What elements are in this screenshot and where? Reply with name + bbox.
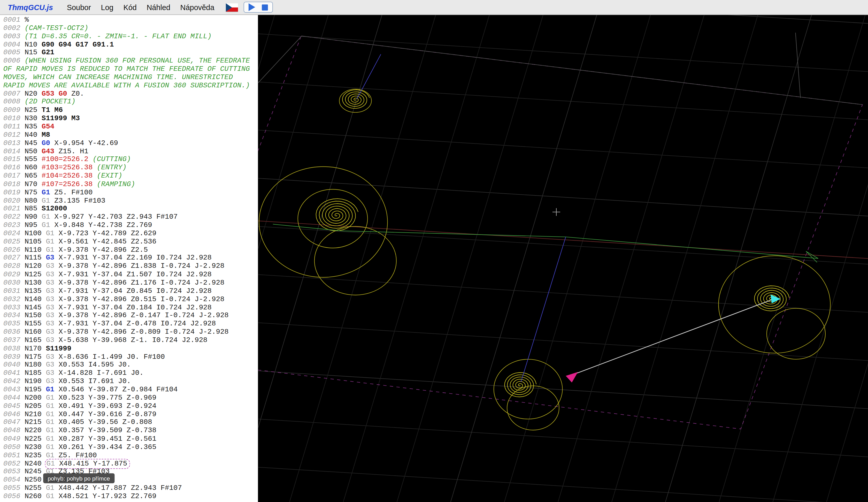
code-line[interactable]: 0056 N260 G1 X48.521 Y-17.923 Z2.769 bbox=[3, 493, 257, 501]
gcode-3d-viewport[interactable] bbox=[258, 15, 868, 502]
cursor-crosshair-icon bbox=[552, 208, 560, 216]
code-line[interactable]: 0038 N170 S11999 bbox=[3, 345, 257, 353]
menubar: ThmqGCU.js Soubor Log Kód Náhled Nápověd… bbox=[0, 0, 868, 15]
code-line[interactable]: 0051 N235 G1 Z5. F#100 bbox=[3, 452, 257, 460]
code-line[interactable]: 0022 N90 G1 X-9.927 Y-42.703 Z2.943 F#10… bbox=[3, 213, 257, 222]
rapid-blue-lines bbox=[357, 54, 566, 382]
direction-arrow-magenta bbox=[566, 372, 578, 382]
code-line[interactable]: 0008 (2D POCKET1) bbox=[3, 98, 257, 106]
code-line[interactable]: 0024 N100 G1 X-9.723 Y-42.789 Z2.629 bbox=[3, 230, 257, 238]
code-line[interactable]: 0042 N190 G3 X0.553 I7.691 J0. bbox=[3, 378, 257, 386]
app-title: ThmqGCU.js bbox=[8, 3, 53, 11]
gcode-editor[interactable]: 0001 %0002 (CAM-TEST-OCT2)0003 (T1 D=6.3… bbox=[0, 15, 258, 502]
cutting-green-path bbox=[273, 224, 818, 263]
code-line[interactable]: 0046 N210 G1 X0.447 Y-39.616 Z-0.879 bbox=[3, 410, 257, 419]
next-move-white-line bbox=[571, 299, 774, 375]
stop-icon bbox=[262, 4, 268, 10]
grid-lines bbox=[258, 15, 868, 502]
code-line[interactable]: 0033 N145 G3 X-7.931 Y-37.04 Z0.184 I0.7… bbox=[3, 304, 257, 312]
code-line[interactable]: 0041 N185 G3 X-14.828 I-7.691 J0. bbox=[3, 369, 257, 378]
menu-item-kod[interactable]: Kód bbox=[118, 3, 142, 11]
code-line[interactable]: 0054 N250 S12000 bbox=[3, 476, 257, 484]
czech-flag-icon bbox=[226, 3, 238, 11]
code-line[interactable]: 0016 N60 #103=2526.38 (ENTRY) bbox=[3, 164, 257, 172]
code-line[interactable]: 0055 N255 G1 X48.442 Y-17.887 Z2.943 F#1… bbox=[3, 484, 257, 493]
code-line[interactable]: 0044 N200 G1 X0.523 Y-39.775 Z-0.969 bbox=[3, 394, 257, 402]
code-line[interactable]: 0032 N140 G3 X-9.378 Y-42.896 Z0.515 I-0… bbox=[3, 296, 257, 304]
viewport-svg bbox=[258, 15, 868, 502]
code-line[interactable]: 0047 N215 G1 X0.405 Y-39.56 Z-0.808 bbox=[3, 419, 257, 427]
code-line[interactable]: 0021 N85 S12000 bbox=[3, 205, 257, 213]
code-line[interactable]: 0018 N70 #107=2526.38 (RAMPING) bbox=[3, 181, 257, 189]
code-line[interactable]: 0005 N15 G21 bbox=[3, 49, 257, 57]
code-line[interactable]: 0029 N125 G3 X-7.931 Y-37.04 Z1.507 I0.7… bbox=[3, 271, 257, 279]
code-line[interactable]: 0001 % bbox=[3, 16, 257, 24]
code-line[interactable]: 0012 N40 M8 bbox=[3, 131, 257, 139]
code-line[interactable]: 0031 N135 G3 X-7.931 Y-37.04 Z0.845 I0.7… bbox=[3, 287, 257, 296]
code-line[interactable]: 0037 N165 G3 X-5.638 Y-39.968 Z-1. I0.72… bbox=[3, 337, 257, 345]
code-line[interactable]: 0011 N35 G54 bbox=[3, 123, 257, 131]
code-line[interactable]: 0020 N80 G1 Z3.135 F#103 bbox=[3, 197, 257, 205]
app-window: ThmqGCU.js Soubor Log Kód Náhled Nápověd… bbox=[0, 0, 868, 502]
code-line[interactable]: 0045 N205 G1 X0.491 Y-39.693 Z-0.924 bbox=[3, 402, 257, 410]
code-line[interactable]: 0014 N50 G43 Z15. H1 bbox=[3, 147, 257, 156]
code-line[interactable]: 0050 N230 G1 X0.261 Y-39.434 Z-0.365 bbox=[3, 443, 257, 452]
menu-item-soubor[interactable]: Soubor bbox=[62, 3, 96, 11]
motion-tooltip: pohyb: pohyb po přímce bbox=[43, 473, 114, 483]
code-line[interactable]: 0004 N10 G90 G94 G17 G91.1 bbox=[3, 41, 257, 49]
menu-item-log[interactable]: Log bbox=[96, 3, 118, 11]
code-line[interactable]: 0052 N240 G1 X48.415 Y-17.875 bbox=[3, 460, 257, 468]
code-line[interactable]: 0028 N120 G3 X-9.378 Y-42.896 Z1.838 I-0… bbox=[3, 263, 257, 271]
play-button[interactable] bbox=[249, 2, 255, 12]
code-line[interactable]: 0048 N220 G1 X0.357 Y-39.509 Z-0.738 bbox=[3, 427, 257, 435]
code-line[interactable]: 0034 N150 G3 X-9.378 Y-42.896 Z-0.147 I-… bbox=[3, 312, 257, 320]
code-line[interactable]: 0025 N105 G1 X-9.561 Y-42.845 Z2.536 bbox=[3, 238, 257, 246]
code-line[interactable]: 0030 N130 G3 X-9.378 Y-42.896 Z1.176 I-0… bbox=[3, 279, 257, 287]
playback-controls bbox=[244, 2, 273, 13]
stop-button[interactable] bbox=[262, 2, 268, 12]
code-line[interactable]: 0009 N25 T1 M6 bbox=[3, 106, 257, 115]
code-line[interactable]: 0049 N225 G1 X0.287 Y-39.451 Z-0.561 bbox=[3, 435, 257, 443]
code-line[interactable]: 0015 N55 #100=2526.2 (CUTTING) bbox=[3, 156, 257, 164]
code-line[interactable]: 0013 N45 G0 X-9.954 Y-42.69 bbox=[3, 139, 257, 147]
code-line[interactable]: 0036 N160 G3 X-9.378 Y-42.896 Z-0.809 I-… bbox=[3, 328, 257, 337]
code-line[interactable]: 0006 (WHEN USING FUSION 360 FOR PERSONAL… bbox=[3, 57, 257, 90]
code-line[interactable]: 0040 N180 G3 X0.553 I4.595 J0. bbox=[3, 361, 257, 369]
code-line[interactable]: 0043 N195 G1 X0.546 Y-39.87 Z-0.984 F#10… bbox=[3, 386, 257, 394]
stock-outline bbox=[258, 36, 862, 429]
code-line[interactable]: 0019 N75 G1 Z5. F#100 bbox=[3, 189, 257, 197]
code-line[interactable]: 0027 N115 G3 X-7.931 Y-37.04 Z2.169 I0.7… bbox=[3, 254, 257, 263]
code-line[interactable]: 0053 N245 G1 Z3.135 F#103 bbox=[3, 468, 257, 476]
menu-item-nahled[interactable]: Náhled bbox=[142, 3, 175, 11]
code-line[interactable]: 0007 N20 G53 G0 Z0. bbox=[3, 90, 257, 98]
toolpath-pockets bbox=[259, 89, 830, 430]
code-line[interactable]: 0017 N65 #104=2526.38 (EXIT) bbox=[3, 172, 257, 181]
selection-box: G1 X48.415 Y-17.875 bbox=[45, 459, 130, 469]
menu-item-napoveda[interactable]: Nápověda bbox=[175, 3, 219, 11]
code-line[interactable]: 0010 N30 S11999 M3 bbox=[3, 115, 257, 123]
play-icon bbox=[249, 3, 255, 11]
code-line[interactable]: 0023 N95 G1 X-9.848 Y-42.738 Z2.769 bbox=[3, 222, 257, 230]
code-lines: 0001 %0002 (CAM-TEST-OCT2)0003 (T1 D=6.3… bbox=[0, 15, 258, 501]
code-line[interactable]: 0039 N175 G3 X-8.636 I-1.499 J0. F#100 bbox=[3, 353, 257, 361]
code-line[interactable]: 0002 (CAM-TEST-OCT2) bbox=[3, 24, 257, 33]
code-line[interactable]: 0035 N155 G3 X-7.931 Y-37.04 Z-0.478 I0.… bbox=[3, 320, 257, 328]
code-line[interactable]: 0026 N110 G1 X-9.378 Y-42.896 Z2.5 bbox=[3, 246, 257, 254]
code-line[interactable]: 0003 (T1 D=6.35 CR=0. - ZMIN=-1. - FLAT … bbox=[3, 33, 257, 41]
